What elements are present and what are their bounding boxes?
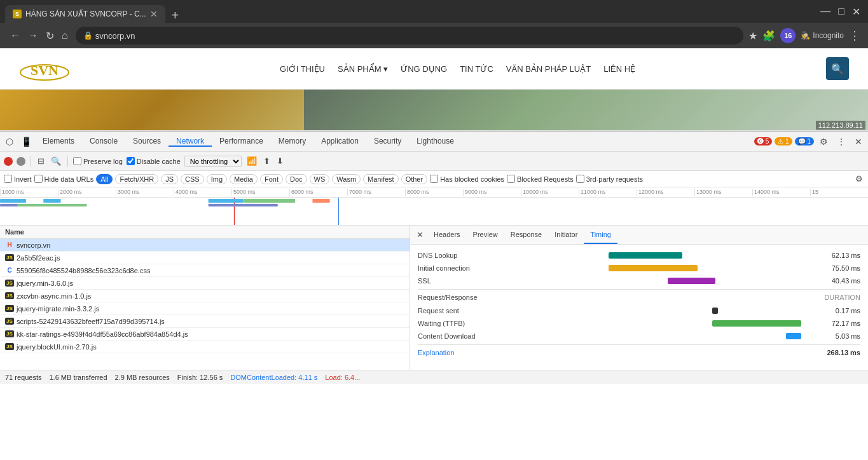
profile-button[interactable]: 16 [780,28,796,43]
clear-button[interactable] [17,157,25,166]
incognito-label: Incognito [813,31,844,40]
file-row-js1[interactable]: JS 2a5b5f2eac.js [0,252,410,264]
third-party-checkbox[interactable] [576,175,584,183]
incognito-button[interactable]: 🕵 Incognito [801,31,844,40]
home-button[interactable]: ⌂ [59,27,71,44]
file-list-panel: Name H svncorp.vn JS 2a5b5f2eac.js [0,226,410,370]
file-icon-js2: JS [5,279,14,288]
preserve-log-label[interactable]: Preserve log [73,157,123,165]
file-row-jquery[interactable]: JS jquery.min-3.6.0.js [0,277,410,290]
file-row-migrate[interactable]: JS jquery-migrate.min-3.3.2.js [0,302,410,315]
filter-settings-button[interactable]: ⚙ [854,173,864,185]
invert-checkbox[interactable] [4,175,12,183]
nav-item-tin-tuc[interactable]: TIN TỨC [460,64,493,74]
tab-lighthouse[interactable]: Lighthouse [409,137,462,147]
file-row-zxcvbn[interactable]: JS zxcvbn-async.min-1.0.js [0,290,410,302]
back-button[interactable]: ← [8,27,23,44]
maximize-icon[interactable]: □ [836,4,847,18]
initial-connection-duration: 75.50 ms [816,264,860,272]
has-blocked-cookies-label[interactable]: Has blocked cookies [430,175,504,183]
tab-elements[interactable]: Elements [35,137,82,147]
filter-button[interactable]: ⊟ [36,155,46,167]
nav-item-gioi-thieu[interactable]: GIỚI THIỆU [280,64,325,74]
has-blocked-cookies-checkbox[interactable] [430,175,438,183]
file-row-scripts[interactable]: JS scripts-52429143632bfeeff715a7d99d395… [0,315,410,328]
devtools-inspect-button[interactable]: ⬡ [3,134,17,149]
svg-rect-4 [17,204,86,206]
filter-js[interactable]: JS [161,174,178,184]
hide-data-urls-checkbox[interactable] [34,175,43,183]
tab-console[interactable]: Console [82,137,125,147]
devtools-settings-button[interactable]: ⚙ [816,134,831,149]
third-party-label[interactable]: 3rd-party requests [576,175,643,183]
filter-manifest[interactable]: Manifest [363,174,399,184]
disable-cache-label[interactable]: Disable cache [127,157,181,165]
invert-label[interactable]: Invert [4,175,32,183]
filter-fetch-xhr[interactable]: Fetch/XHR [115,174,158,184]
timing-tab-initiator[interactable]: Initiator [548,226,584,244]
filter-ws[interactable]: WS [310,174,330,184]
timing-tab-preview[interactable]: Preview [467,226,504,244]
tab-close-icon[interactable]: ✕ [150,9,158,19]
ttfb-label: Waiting (TTFB) [418,320,520,327]
filter-media[interactable]: Media [230,174,258,184]
file-row-css[interactable]: C 559056f8c485524b8988c56e323c6d8e.css [0,264,410,277]
new-tab-button[interactable]: + [167,8,184,23]
timing-tab-headers[interactable]: Headers [427,226,467,244]
filter-doc[interactable]: Doc [286,174,307,184]
toolbar-icons: ★ 🧩 16 🕵 Incognito ⋮ [748,28,860,43]
filter-css[interactable]: CSS [181,174,204,184]
extensions-icon[interactable]: 🧩 [762,30,775,42]
site-search-button[interactable]: 🔍 [826,57,849,80]
filter-img[interactable]: Img [207,174,227,184]
hide-data-urls-label[interactable]: Hide data URLs [34,175,94,183]
browser-menu-button[interactable]: ⋮ [849,29,860,43]
preserve-log-checkbox[interactable] [73,157,81,165]
tab-application[interactable]: Application [313,137,366,147]
devtools-close-button[interactable]: ✕ [851,134,865,149]
initial-connection-label: Initial connection [418,264,520,272]
file-row-svncorp[interactable]: H svncorp.vn [0,239,410,252]
minimize-icon[interactable]: — [818,4,833,18]
nav-item-van-ban[interactable]: VĂN BẢN PHÁP LUẬT [506,64,591,74]
timing-tab-timing[interactable]: Timing [584,226,617,244]
throttle-select[interactable]: No throttling [184,156,242,167]
filter-font[interactable]: Font [260,174,283,184]
devtools-responsive-button[interactable]: 📱 [18,134,35,149]
nav-item-ung-dung[interactable]: ỨNG DỤNG [401,64,447,74]
timing-tab-response[interactable]: Response [504,226,549,244]
tab-security[interactable]: Security [366,137,409,147]
tab-performance[interactable]: Performance [212,137,271,147]
filter-all[interactable]: All [96,174,113,184]
content-download-label: Content Download [418,332,520,340]
duration-label: DURATION [824,294,860,301]
tab-sources[interactable]: Sources [125,137,169,147]
js-icon: JS [5,305,14,312]
nav-item-lien-he[interactable]: LIÊN HỆ [603,64,635,74]
tab-memory[interactable]: Memory [271,137,313,147]
star-icon[interactable]: ★ [748,30,757,42]
blocked-requests-checkbox[interactable] [507,175,515,183]
window-close-icon[interactable]: ✕ [850,4,863,19]
file-row-kk[interactable]: JS kk-star-ratings-e4939f4d4df55a69cc86a… [0,328,410,341]
explanation-link[interactable]: Explanation [418,349,455,356]
import-button[interactable]: ⬆ [262,155,272,167]
filter-other[interactable]: Other [401,174,428,184]
forward-button[interactable]: → [25,27,41,44]
blocked-requests-label[interactable]: Blocked Requests [507,175,574,183]
reload-button[interactable]: ↻ [43,27,57,44]
wifi-icon[interactable]: 📶 [245,155,258,167]
filter-wasm[interactable]: Wasm [332,174,361,184]
record-button[interactable] [4,157,13,166]
disable-cache-checkbox[interactable] [127,157,135,165]
file-list-body[interactable]: H svncorp.vn JS 2a5b5f2eac.js C 559056f8… [0,239,410,370]
address-input[interactable]: 🔒 svncorp.vn [76,27,744,44]
nav-item-san-pham[interactable]: SẢN PHẨM ▾ [338,64,388,74]
search-button[interactable]: 🔍 [50,155,62,167]
timing-close-button[interactable]: ✕ [413,229,427,241]
export-button[interactable]: ⬇ [275,155,285,167]
tab-network[interactable]: Network [169,137,212,147]
file-row-blockui[interactable]: JS jquery.blockUI.min-2.70.js [0,341,410,353]
devtools-more-button[interactable]: ⋮ [834,134,849,149]
active-tab[interactable]: S HÀNG SẢN XUẤT SVNCORP - C... ✕ [5,5,165,23]
